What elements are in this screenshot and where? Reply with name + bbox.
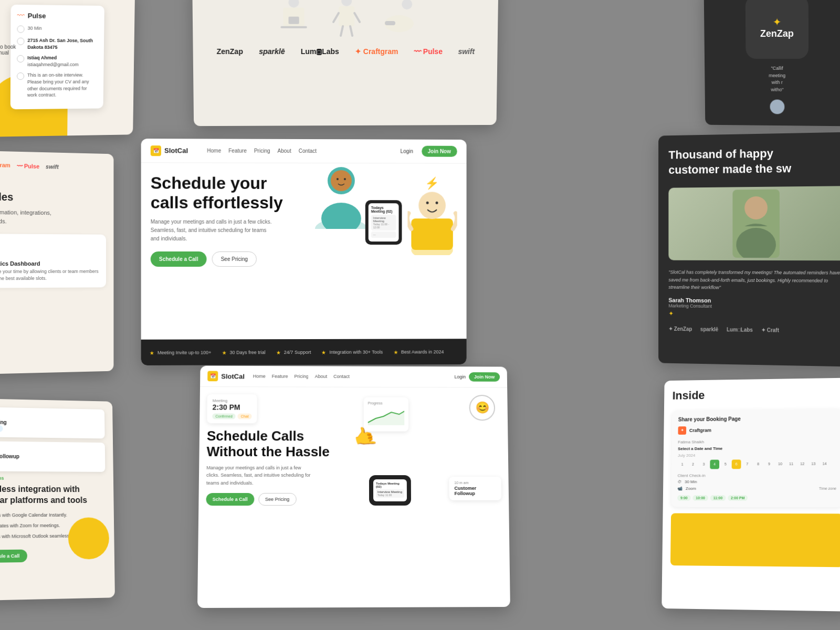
nav-feature[interactable]: Feature (228, 148, 247, 154)
bc-right-illustrations: 😊 Progress Todays Meeting (02) Interview… (359, 395, 502, 506)
booking-date-5[interactable]: 5 (721, 459, 730, 469)
zenzap-quote-text: "Callifmeetingwith rwitho" (761, 65, 793, 93)
feature-analytics-desc: Optimize your time by allowing clients o… (0, 268, 100, 282)
t-logo-sparkle: sparklē (700, 327, 718, 332)
booking-logo-row: ✦ Craftgram (678, 425, 836, 434)
bc-meeting-time: 2:30 PM (213, 403, 252, 412)
booking-select-title: Select a Date and Time (678, 445, 836, 451)
bc-navbar: 📅 SlotCal Home Feature Pricing About Con… (200, 366, 507, 388)
bc-nav-pricing[interactable]: Pricing (295, 374, 309, 379)
zenzap-reviewer-avatar (770, 99, 785, 114)
nav-contact[interactable]: Contact (299, 148, 317, 154)
nav-about[interactable]: About (278, 148, 291, 154)
booking-time-9[interactable]: 9:00 (677, 495, 691, 501)
bc-nav-about[interactable]: About (315, 374, 327, 379)
svg-point-4 (341, 0, 352, 6)
features-swift-logo: swift (46, 163, 59, 170)
nav-pricing[interactable]: Pricing (254, 148, 270, 154)
bc-logo-icon: 📅 (207, 371, 218, 382)
login-button[interactable]: Login (396, 146, 417, 156)
card-logo-strip: ZenZap sparklē Lum□Labs ✦ Craftgram 〰 Pu… (192, 0, 498, 126)
booking-title: Inside (673, 386, 840, 404)
bc-nav-feature[interactable]: Feature (272, 374, 288, 379)
bc-nav-right: Login Join Now (454, 372, 500, 382)
booking-date-4-selected[interactable]: 4 (710, 459, 719, 469)
slotcal-nav-right: Login Join Now (396, 146, 457, 157)
testimonial-heading: Thousand of happycustomer made the sw (668, 145, 840, 177)
tl-menu-tools: tools (0, 35, 129, 41)
booking-craftgram-icon: ✦ (678, 426, 686, 435)
bc-tag-chat: Chat (238, 414, 252, 419)
strip-star-3: ★ (276, 350, 281, 355)
phone-meetings-title: Todays Meeting (02) (371, 206, 396, 213)
booking-platform-icon: 📹 (677, 486, 682, 491)
hero-description: Manage your meetings and calls in just a… (151, 217, 272, 243)
slotcal-logo-text: SlotCal (164, 146, 188, 154)
bc-see-pricing-button[interactable]: See Pricing (258, 493, 297, 506)
feature-analytics-title: Analytics Dashboard (0, 260, 100, 267)
card-zenzap-dark: ✦ ZenZap "Callifmeetingwith rwitho" (704, 0, 840, 126)
bc-smile-icon: 😊 (469, 395, 495, 421)
booking-time-row: 9:00 10:00 11:00 2:00 PM (677, 495, 836, 501)
svg-point-22 (426, 202, 429, 204)
svg-point-10 (402, 0, 412, 9)
booking-date-11[interactable]: 11 (786, 459, 796, 469)
meeting-card-2: 5:13 am omer Followup ● (0, 441, 105, 472)
card-scheduling-helper: e helper. tools Allowing users to bookan… (0, 0, 135, 138)
schedule-call-button[interactable]: Schedule a Call (151, 251, 207, 267)
booking-date-8[interactable]: 8 (753, 459, 763, 469)
booking-date-10[interactable]: 10 (775, 459, 785, 469)
booking-date-6-today[interactable]: 6 (732, 459, 741, 469)
logo-pulse: 〰 Pulse (414, 47, 443, 56)
booking-date-13[interactable]: 13 (808, 459, 818, 468)
svg-point-15 (321, 203, 361, 229)
testimonial-author-section: Sarah Thomson Marketing Consultant ✦ (668, 297, 840, 320)
booking-date-2[interactable]: 2 (688, 459, 698, 469)
booking-time-10[interactable]: 10:00 (692, 495, 708, 501)
bc-left-content: Meeting 2:30 PM Confirmed Chat Schedule … (206, 394, 350, 506)
booking-person-name: Fatima Shaikh (678, 438, 836, 444)
meeting-card-1: 5:13 am n meeting ● ● (0, 407, 105, 438)
main-scene: e helper. tools Allowing users to bookan… (0, 0, 840, 630)
bc-body: Meeting 2:30 PM Confirmed Chat Schedule … (198, 387, 509, 513)
t-logo-zenzap: ✦ ZenZap (668, 326, 692, 332)
bc-schedule-button[interactable]: Schedule a Call (206, 493, 254, 506)
bc-join-button[interactable]: Join Now (469, 372, 500, 382)
see-pricing-button[interactable]: See Pricing (212, 251, 256, 267)
booking-date-9[interactable]: 9 (764, 459, 774, 469)
bc-nav-home[interactable]: Home (253, 374, 266, 379)
booking-time-11[interactable]: 11:00 (710, 495, 726, 501)
svg-line-7 (354, 13, 360, 22)
booking-date-3[interactable]: 3 (699, 459, 709, 469)
bc-phone-item-1: Interview MeetingToday 11:00 (376, 489, 404, 498)
integrations-schedule-btn[interactable]: Schedule a Call (0, 549, 27, 563)
booking-time-2pm[interactable]: 2:00 PM (728, 495, 748, 501)
nav-home[interactable]: Home (207, 148, 221, 153)
booking-date-row: 1 2 3 4 5 6 7 8 9 10 11 12 13 14 (678, 459, 836, 469)
strip-star-2: ★ (222, 350, 226, 355)
hero-person-male (315, 166, 368, 231)
booking-date-1[interactable]: 1 (678, 459, 687, 469)
features-heading: …to…ssles (0, 176, 106, 205)
booking-duration-row: ⏱ 30 Min (677, 479, 836, 484)
illustration-person-reclining (381, 0, 417, 37)
strip-text-4: Integration with 30+ Tools (329, 350, 383, 355)
tl-menu-description: Allowing users to bookand-forth of manua… (0, 44, 129, 56)
booking-date-12[interactable]: 12 (797, 459, 807, 468)
bc-meeting-card-illustration: Meeting 2:30 PM Confirmed Chat (207, 394, 257, 424)
bc-hero-buttons: Schedule a Call See Pricing (206, 493, 350, 506)
slotcal-bottom-strip: ★ Meeting Invite up-to 100+ ★ 30 Days fr… (141, 339, 467, 365)
booking-date-14[interactable]: 14 (820, 459, 830, 468)
booking-date-7[interactable]: 7 (742, 459, 752, 469)
svg-rect-12 (385, 21, 395, 25)
phone-meeting-item-1: Interview Meeting Today 11:00 - 12:00 (371, 215, 396, 230)
logo-sparkle: sparklē (259, 47, 285, 56)
join-button[interactable]: Join Now (422, 146, 457, 157)
bc-login-button[interactable]: Login (454, 374, 466, 380)
bc-meeting-label: Meeting (213, 398, 252, 403)
bc-nav-contact[interactable]: Contact (333, 374, 350, 379)
phone-meeting-item-2: ··· (371, 232, 396, 238)
strip-item-trial: ★ 30 Days free trial (222, 350, 265, 355)
slotcal-logo-icon: 📅 (151, 145, 161, 156)
svg-rect-3 (280, 26, 307, 28)
